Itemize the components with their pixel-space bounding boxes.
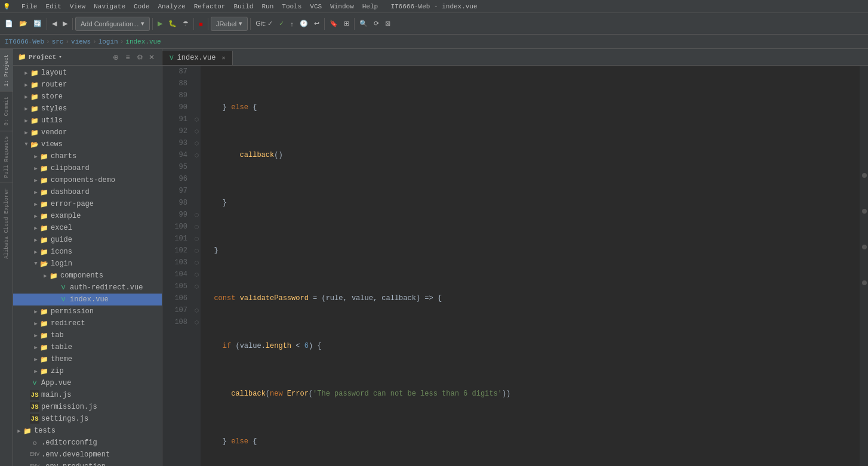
- tree-item-router[interactable]: ▶ 📁 router: [13, 79, 162, 91]
- tree-item-theme[interactable]: ▶ 📁 theme: [13, 353, 162, 365]
- tree-item-views[interactable]: ▼ 📂 views: [13, 138, 162, 150]
- gutter-line: ⬡: [192, 257, 201, 269]
- breadcrumb-project[interactable]: IT6666-Web: [5, 38, 44, 45]
- line-num: 91: [165, 113, 187, 125]
- tree-item-dashboard[interactable]: ▶ 📁 dashboard: [13, 186, 162, 198]
- tree-item-env-prod[interactable]: ENV .env.production: [13, 461, 162, 466]
- tree-item-clipboard[interactable]: ▶ 📁 clipboard: [13, 162, 162, 174]
- tree-item-app-vue[interactable]: V App.vue: [13, 377, 162, 389]
- line-num: 88: [165, 78, 187, 90]
- gutter-line: ⬡: [192, 149, 201, 161]
- project-tab[interactable]: 1: Project: [0, 49, 13, 91]
- gutter-line: [192, 185, 201, 197]
- forward-button[interactable]: ▶: [60, 16, 70, 32]
- tree-item-utils[interactable]: ▶ 📁 utils: [13, 115, 162, 126]
- tree-item-env-dev[interactable]: ENV .env.development: [13, 449, 162, 461]
- collapse-all-button[interactable]: ≡: [122, 52, 133, 63]
- pull-requests-tab[interactable]: Pull Requests: [0, 131, 13, 183]
- jrebel-button[interactable]: JRebel ▾: [211, 17, 248, 31]
- tree-item-store[interactable]: ▶ 📁 store: [13, 91, 162, 103]
- tree-item-vendor[interactable]: ▶ 📁 vendor: [13, 126, 162, 138]
- settings-button[interactable]: ⚙: [134, 52, 145, 63]
- menu-code[interactable]: Code: [130, 2, 153, 11]
- tree-item-index-vue[interactable]: V index.vue: [13, 294, 162, 305]
- code-content[interactable]: } else { callback() } } const valida: [201, 66, 860, 466]
- git-check-button[interactable]: Git: ✓: [253, 16, 275, 32]
- menu-navigate[interactable]: Navigate: [90, 2, 129, 11]
- tree-item-example[interactable]: ▶ 📁 example: [13, 210, 162, 222]
- menu-analyze[interactable]: Analyze: [154, 2, 189, 11]
- tree-item-table[interactable]: ▶ 📁 table: [13, 341, 162, 353]
- menu-tools[interactable]: Tools: [278, 2, 305, 11]
- folder-icon-open: 📂: [39, 259, 49, 269]
- tree-label: zip: [51, 367, 64, 375]
- menu-file[interactable]: File: [18, 2, 41, 11]
- arrow-icon: ▶: [42, 273, 49, 279]
- breadcrumb-views[interactable]: views: [71, 38, 91, 45]
- tree-item-components-demo[interactable]: ▶ 📁 components-demo: [13, 174, 162, 186]
- tree-item-settings-js[interactable]: JS settings.js: [13, 413, 162, 425]
- gutter-line: [192, 78, 201, 90]
- tree-item-styles[interactable]: ▶ 📁 styles: [13, 103, 162, 115]
- locate-file-button[interactable]: ⊕: [110, 52, 121, 63]
- tree-item-tab[interactable]: ▶ 📁 tab: [13, 329, 162, 341]
- open-button[interactable]: 📂: [17, 16, 30, 32]
- menu-edit[interactable]: Edit: [42, 2, 64, 11]
- tree-item-charts[interactable]: ▶ 📁 charts: [13, 150, 162, 162]
- tree-item-login[interactable]: ▼ 📂 login: [13, 258, 162, 270]
- tree-item-auth-redirect[interactable]: V auth-redirect.vue: [13, 282, 162, 294]
- folder-icon: 📁: [39, 342, 49, 352]
- line-num: 105: [165, 280, 187, 292]
- menu-refactor[interactable]: Refactor: [190, 2, 229, 11]
- code-editor[interactable]: 87 88 89 90 91 92 93 94 95 96 97 98 99 1…: [162, 66, 868, 466]
- tree-item-permission-js[interactable]: JS permission.js: [13, 401, 162, 413]
- tree-item-editorconfig[interactable]: ⚙ .editorconfig: [13, 437, 162, 449]
- breadcrumb-src[interactable]: src: [52, 38, 64, 45]
- editor-tab-index-vue[interactable]: V index.vue ✕: [162, 51, 233, 65]
- tree-item-zip[interactable]: ▶ 📁 zip: [13, 365, 162, 377]
- breadcrumb-file[interactable]: index.vue: [125, 38, 161, 45]
- menu-run[interactable]: Run: [258, 2, 277, 11]
- commit-tab[interactable]: 0: Commit: [0, 91, 13, 131]
- tree-item-redirect[interactable]: ▶ 📁 redirect: [13, 317, 162, 329]
- menu-view[interactable]: View: [66, 2, 89, 11]
- tree-item-main-js[interactable]: JS main.js: [13, 389, 162, 401]
- menu-help[interactable]: Help: [359, 2, 381, 11]
- git-rollback-button[interactable]: ↩: [312, 16, 322, 32]
- close-sidebar-button[interactable]: ✕: [146, 52, 157, 63]
- structure-button[interactable]: ⊞: [341, 16, 352, 32]
- git-push-button[interactable]: ↑: [288, 16, 296, 32]
- tree-item-permission[interactable]: ▶ 📁 permission: [13, 305, 162, 317]
- folder-icon: 📁: [39, 331, 49, 340]
- stop-button[interactable]: ■: [196, 16, 205, 32]
- replace-button[interactable]: ⟳: [371, 16, 381, 32]
- terminal-button[interactable]: ⊠: [383, 16, 393, 32]
- menu-vcs[interactable]: VCS: [306, 2, 325, 11]
- tree-item-guide[interactable]: ▶ 📁 guide: [13, 234, 162, 246]
- cloud-explorer-tab[interactable]: Alibaba Cloud Explorer: [0, 183, 13, 264]
- tree-item-components[interactable]: ▶ 📁 components: [13, 270, 162, 282]
- git-commit-button[interactable]: ✓: [276, 16, 287, 32]
- tree-item-layout[interactable]: ▶ 📁 layout: [13, 67, 162, 79]
- debug-button[interactable]: 🐛: [166, 16, 179, 32]
- tab-close-button[interactable]: ✕: [221, 54, 225, 61]
- menu-build[interactable]: Build: [230, 2, 257, 11]
- git-update-button[interactable]: 🕐: [297, 16, 310, 32]
- tree-label: .editorconfig: [41, 439, 97, 447]
- sync-button[interactable]: 🔄: [31, 16, 44, 32]
- new-file-button[interactable]: 📄: [2, 16, 16, 32]
- tree-item-tests[interactable]: ▶ 📁 tests: [13, 425, 162, 437]
- search-button[interactable]: 🔍: [357, 16, 370, 32]
- breadcrumb-login[interactable]: login: [99, 38, 118, 45]
- add-configuration-button[interactable]: Add Configuration... ▾: [75, 17, 150, 31]
- back-button[interactable]: ◀: [50, 16, 59, 32]
- line-num: 100: [165, 221, 187, 233]
- coverage-button[interactable]: ☂: [180, 16, 191, 32]
- run-button[interactable]: ▶: [155, 16, 165, 32]
- tree-item-excel[interactable]: ▶ 📁 excel: [13, 222, 162, 234]
- tree-item-error-page[interactable]: ▶ 📁 error-page: [13, 198, 162, 210]
- bookmark-button[interactable]: 🔖: [327, 16, 340, 32]
- tree-item-icons[interactable]: ▶ 📁 icons: [13, 246, 162, 258]
- arrow-icon: ▶: [32, 153, 39, 160]
- menu-window[interactable]: Window: [327, 2, 358, 11]
